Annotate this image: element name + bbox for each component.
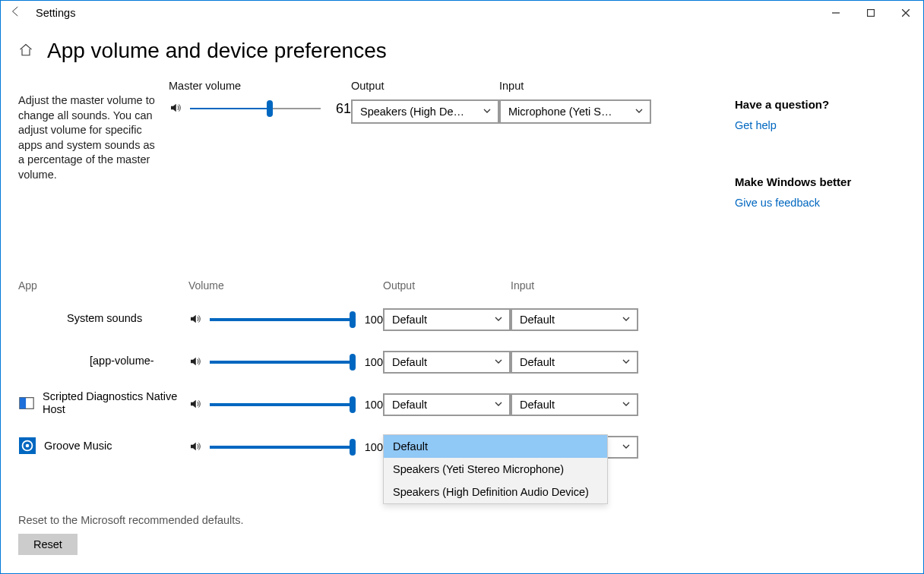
chevron-down-icon	[622, 399, 631, 411]
app-row: Scripted Diagnostics Native Host100Defau…	[18, 382, 906, 424]
master-volume-slider[interactable]: 61	[169, 99, 351, 118]
app-name-label: System sounds	[67, 312, 142, 325]
help-panel: Have a question? Get help Make Windows b…	[735, 98, 894, 209]
page-description: Adjust the master volume to change all s…	[18, 80, 155, 182]
speaker-icon	[188, 312, 202, 328]
help-heading: Have a question?	[735, 98, 894, 111]
col-input: Input	[511, 279, 638, 292]
minimize-button[interactable]	[818, 1, 853, 25]
home-icon[interactable]	[18, 43, 33, 60]
app-volume-slider[interactable]: 100	[178, 311, 383, 329]
app-volume-value: 100	[360, 441, 383, 453]
app-name-label: Groove Music	[44, 440, 112, 453]
app-input-select[interactable]: Default	[511, 351, 638, 374]
svg-point-8	[26, 444, 30, 448]
input-device-select[interactable]: Microphone (Yeti S…	[499, 99, 651, 124]
app-input-select[interactable]: Default	[511, 393, 638, 416]
speaker-icon	[188, 440, 202, 456]
app-icon	[18, 437, 36, 455]
page-title: App volume and device preferences	[47, 39, 387, 63]
reset-hint: Reset to the Microsoft recommended defau…	[18, 514, 244, 526]
back-button[interactable]	[7, 5, 25, 22]
app-row: System sounds100DefaultDefault	[18, 297, 906, 339]
app-volume-value: 100	[360, 314, 383, 326]
chevron-down-icon	[634, 106, 644, 118]
svg-rect-5	[20, 398, 26, 409]
chevron-down-icon	[622, 314, 631, 326]
app-volume-value: 100	[360, 399, 383, 411]
reset-section: Reset to the Microsoft recommended defau…	[18, 514, 244, 555]
settings-window: Settings App volume and device preferenc…	[0, 0, 924, 574]
app-icon	[41, 309, 59, 327]
app-input-value: Default	[520, 399, 555, 411]
app-input-value: Default	[520, 314, 555, 326]
svg-rect-1	[868, 10, 875, 17]
output-device-value: Speakers (High De…	[360, 106, 464, 118]
app-icon	[18, 394, 35, 412]
chevron-down-icon	[622, 356, 631, 368]
speaker-icon	[188, 355, 202, 371]
get-help-link[interactable]: Get help	[735, 119, 777, 131]
dropdown-option[interactable]: Speakers (High Definition Audio Device)	[384, 481, 607, 503]
app-volume-slider[interactable]: 100	[178, 438, 383, 456]
chevron-down-icon	[622, 441, 631, 453]
app-output-value: Default	[392, 399, 427, 411]
speaker-icon	[169, 101, 182, 117]
dropdown-option[interactable]: Default	[384, 435, 607, 458]
app-output-select[interactable]: Default	[383, 308, 511, 331]
output-label: Output	[351, 80, 499, 96]
app-name: Settings	[36, 7, 75, 20]
app-output-value: Default	[392, 314, 427, 326]
master-volume-label: Master volume	[169, 80, 351, 96]
chevron-down-icon	[494, 314, 503, 326]
app-input-select[interactable]: Default	[511, 308, 638, 331]
output-device-select[interactable]: Speakers (High De…	[351, 99, 499, 124]
maximize-button[interactable]	[853, 1, 888, 25]
app-output-value: Default	[392, 356, 427, 368]
col-output: Output	[383, 279, 511, 292]
app-row: [app-volume-100DefaultDefault	[18, 339, 906, 382]
master-volume-value: 61	[328, 101, 351, 117]
chevron-down-icon	[483, 106, 492, 118]
chevron-down-icon	[494, 399, 503, 411]
titlebar: Settings	[1, 1, 923, 25]
input-device-value: Microphone (Yeti S…	[508, 106, 612, 118]
give-feedback-link[interactable]: Give us feedback	[735, 197, 820, 209]
app-icon	[64, 352, 82, 370]
col-app: App	[18, 279, 178, 292]
dropdown-option[interactable]: Speakers (Yeti Stereo Microphone)	[384, 458, 607, 481]
output-dropdown-popup[interactable]: DefaultSpeakers (Yeti Stereo Microphone)…	[383, 434, 608, 504]
input-label: Input	[499, 80, 651, 96]
feedback-heading: Make Windows better	[735, 175, 894, 188]
page-heading: App volume and device preferences	[1, 25, 923, 71]
app-volume-value: 100	[360, 356, 383, 368]
app-name-label: [app-volume-	[90, 355, 154, 367]
speaker-icon	[188, 397, 202, 413]
app-output-select[interactable]: Default	[383, 351, 511, 374]
close-button[interactable]	[888, 1, 923, 25]
app-list: App Volume Output Input System sounds100…	[18, 274, 906, 467]
app-output-select[interactable]: Default	[383, 393, 511, 416]
app-name-label: Scripted Diagnostics Native Host	[43, 390, 178, 415]
window-controls	[818, 1, 923, 25]
app-input-value: Default	[520, 356, 555, 368]
app-volume-slider[interactable]: 100	[178, 396, 383, 414]
col-volume: Volume	[178, 279, 383, 292]
reset-button[interactable]: Reset	[18, 534, 78, 555]
app-volume-slider[interactable]: 100	[178, 353, 383, 371]
chevron-down-icon	[494, 356, 503, 368]
